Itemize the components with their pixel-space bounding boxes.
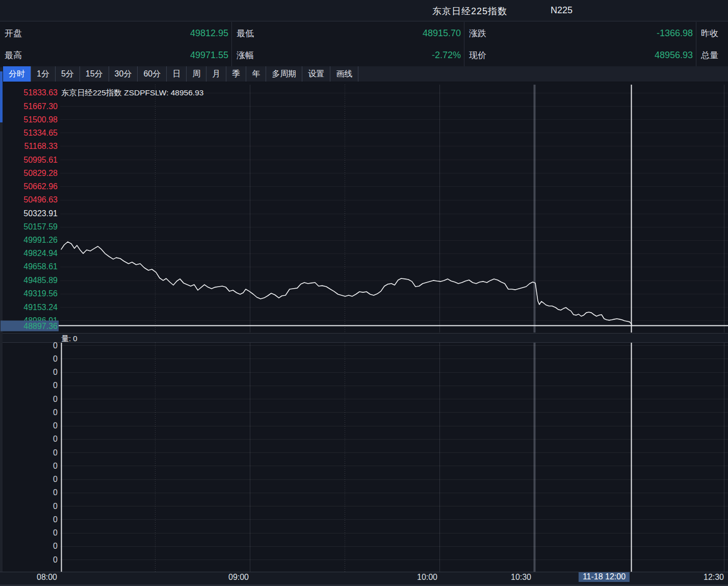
quote-high-label: 最高 [5, 49, 22, 61]
quote-change-label: 涨跌 [469, 28, 486, 39]
tab-period-8[interactable]: 月 [206, 66, 226, 82]
tab-period-12[interactable]: 设置 [302, 66, 330, 82]
tab-period-2[interactable]: 5分 [56, 66, 80, 82]
tab-period-7[interactable]: 周 [187, 66, 206, 82]
tab-period-0[interactable]: 分时 [3, 66, 31, 82]
quote-volume: 总量 [696, 44, 728, 66]
quote-prevclose-label2: 昨收 [701, 28, 718, 39]
quote-change: 涨跌 -1366.98 [464, 22, 696, 44]
quote-prevclose: 总量 昨收 [696, 22, 728, 44]
quote-changepct: 涨幅 -2.72% [232, 44, 464, 66]
time-axis-label-0: 08:00 [37, 573, 57, 582]
trading-app-window: 东京日经225指数 N225 开盘 49812.95 最低 48915.70 涨… [0, 0, 728, 586]
chart-plot-area[interactable] [0, 82, 728, 572]
quote-open: 开盘 49812.95 [0, 22, 232, 44]
quote-changepct-value: -2.72% [432, 50, 461, 61]
quote-low-label: 最低 [237, 28, 254, 39]
tab-period-6[interactable]: 日 [167, 66, 187, 82]
tab-period-4[interactable]: 30分 [109, 66, 138, 82]
quote-info-bar: 开盘 49812.95 最低 48915.70 涨跌 -1366.98 总量 昨… [0, 22, 728, 66]
tab-period-3[interactable]: 15分 [80, 66, 109, 82]
quote-low: 最低 48915.70 [232, 22, 464, 44]
title-bar: 东京日经225指数 N225 [0, 0, 728, 21]
time-axis: 08:0009:0010:0010:3011-18 12:0012:30 [0, 572, 728, 584]
quote-open-label: 开盘 [5, 28, 22, 39]
tab-period-10[interactable]: 年 [246, 66, 266, 82]
quote-low-value: 48915.70 [423, 28, 461, 39]
quote-last-label: 现价 [469, 49, 486, 61]
quote-high: 最高 49971.55 [0, 44, 232, 66]
quote-open-value: 49812.95 [190, 28, 228, 39]
pane-divider [0, 333, 728, 343]
quote-last: 现价 48956.93 [464, 44, 696, 66]
quote-change-value: -1366.98 [657, 28, 693, 39]
time-axis-label-3: 10:30 [511, 573, 531, 582]
left-scrollbar-track[interactable] [0, 67, 3, 572]
period-tab-bar: 分时1分5分15分30分60分日周月季年多周期设置画线 [3, 66, 728, 82]
quote-last-value: 48956.93 [655, 50, 693, 61]
tab-period-5[interactable]: 60分 [138, 66, 167, 82]
quote-volume-label: 总量 [701, 49, 718, 61]
tab-period-1[interactable]: 1分 [31, 66, 56, 82]
time-axis-label-2: 10:00 [417, 573, 437, 582]
left-scrollbar-thumb[interactable] [0, 71, 3, 122]
instrument-symbol: N225 [551, 5, 573, 16]
quote-high-value: 49971.55 [190, 50, 228, 61]
tab-period-13[interactable]: 画线 [330, 66, 358, 82]
time-axis-crosshair-label: 11-18 12:00 [579, 572, 630, 582]
time-axis-label-5: 12:30 [704, 573, 724, 582]
quote-changepct-label: 涨幅 [237, 49, 254, 61]
time-axis-label-1: 09:00 [228, 573, 249, 582]
tab-period-9[interactable]: 季 [226, 66, 246, 82]
instrument-title: 东京日经225指数 [432, 5, 507, 17]
tab-period-11[interactable]: 多周期 [266, 66, 302, 82]
